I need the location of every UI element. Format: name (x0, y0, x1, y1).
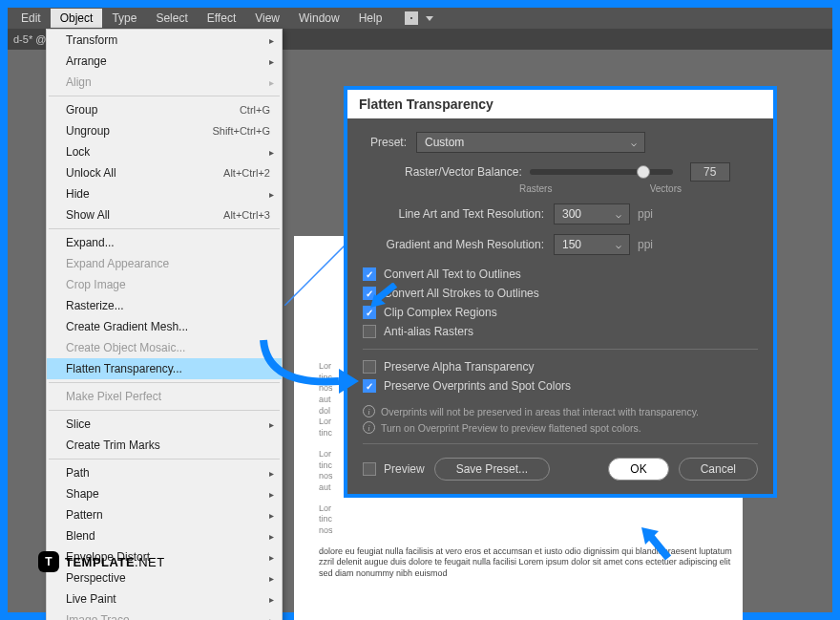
info-overprints: iOverprints will not be preserved in are… (363, 403, 758, 419)
menu-separator (49, 410, 280, 411)
chevron-right-icon: ▸ (269, 77, 274, 88)
menu-item-slice[interactable]: Slice▸ (47, 414, 282, 435)
chevron-down-icon: ⌵ (616, 209, 621, 220)
menu-item-pattern[interactable]: Pattern▸ (47, 504, 282, 525)
preview-label: Preview (384, 462, 425, 476)
checkbox[interactable] (363, 325, 376, 338)
app-frame: Edit Object Type Select Effect View Wind… (8, 8, 832, 612)
flatten-transparency-dialog: Flatten Transparency Preset: Custom⌵ Ras… (344, 86, 777, 498)
checkbox[interactable] (363, 306, 376, 319)
menu-item-make-pixel-perfect: Make Pixel Perfect (47, 386, 282, 407)
checkbox[interactable] (363, 360, 376, 374)
preset-label: Preset: (363, 136, 416, 149)
preset-select[interactable]: Custom⌵ (416, 132, 645, 153)
checkbox-row-anti-alias-rasters[interactable]: Anti-alias Rasters (363, 322, 758, 341)
checkbox-label: Preserve Alpha Transparency (384, 360, 534, 374)
checkbox-label: Preserve Overprints and Spot Colors (384, 379, 571, 393)
dropdown-toggle-icon[interactable] (426, 16, 433, 21)
balance-right-label: Vectors (650, 183, 682, 194)
template-net-watermark: T TEMPLATE.NET (38, 551, 165, 572)
dialog-title: Flatten Transparency (347, 90, 773, 118)
menu-object[interactable]: Object (51, 9, 103, 28)
menu-item-show-all[interactable]: Show AllAlt+Ctrl+3 (47, 204, 282, 225)
menu-item-transform[interactable]: Transform▸ (47, 30, 282, 51)
gradient-select[interactable]: 150⌵ (554, 234, 630, 255)
checkbox-row-clip-complex-regions[interactable]: Clip Complex Regions (363, 303, 758, 322)
menubar: Edit Object Type Select Effect View Wind… (8, 8, 832, 29)
preview-checkbox-row[interactable]: Preview (363, 460, 425, 479)
watermark-logo-icon: T (38, 551, 59, 572)
chevron-right-icon: ▸ (269, 419, 274, 430)
menu-window[interactable]: Window (289, 9, 349, 28)
checkbox-label: Anti-alias Rasters (384, 325, 473, 338)
checkbox-row-preserve-overprints-and-spot-colors[interactable]: Preserve Overprints and Spot Colors (363, 376, 758, 396)
menu-item-path[interactable]: Path▸ (47, 462, 282, 483)
menu-item-live-paint[interactable]: Live Paint▸ (47, 588, 282, 609)
chevron-right-icon: ▸ (269, 489, 274, 500)
preview-checkbox[interactable] (363, 462, 376, 476)
menu-item-lock[interactable]: Lock▸ (47, 141, 282, 162)
unit-label: ppi (638, 238, 653, 251)
chevron-right-icon: ▸ (269, 552, 274, 563)
info-icon: i (363, 405, 375, 417)
menu-item-shape[interactable]: Shape▸ (47, 483, 282, 504)
menu-effect[interactable]: Effect (198, 9, 245, 28)
menu-item-rasterize[interactable]: Rasterize... (47, 295, 282, 316)
menu-item-create-gradient-mesh[interactable]: Create Gradient Mesh... (47, 316, 282, 337)
menu-item-expand[interactable]: Expand... (47, 232, 282, 253)
chevron-right-icon: ▸ (269, 35, 274, 46)
menu-select[interactable]: Select (146, 9, 197, 28)
menu-help[interactable]: Help (349, 9, 392, 28)
gradient-label: Gradient and Mesh Resolution: (363, 238, 554, 251)
menu-item-image-trace: Image Trace▸ (47, 609, 282, 620)
chevron-right-icon: ▸ (269, 594, 274, 605)
chevron-right-icon: ▸ (269, 615, 274, 621)
checkbox[interactable] (363, 379, 376, 393)
cancel-button[interactable]: Cancel (679, 458, 758, 481)
checkbox-label: Clip Complex Regions (384, 306, 497, 319)
checkbox-label: Convert All Text to Outlines (384, 267, 521, 281)
chevron-down-icon: ⌵ (631, 138, 637, 148)
checkbox[interactable] (363, 287, 376, 300)
menu-type[interactable]: Type (102, 9, 146, 28)
menu-item-hide[interactable]: Hide▸ (47, 183, 282, 204)
ok-button[interactable]: OK (608, 458, 668, 481)
layout-grid-icon[interactable] (405, 11, 418, 25)
checkbox-label: Convert All Strokes to Outlines (384, 287, 539, 300)
chevron-right-icon: ▸ (269, 468, 274, 479)
menu-item-align: Align▸ (47, 72, 282, 93)
checkbox-row-convert-all-strokes-to-outlines[interactable]: Convert All Strokes to Outlines (363, 284, 758, 303)
balance-slider[interactable] (530, 169, 673, 175)
menu-item-create-object-mosaic: Create Object Mosaic... (47, 337, 282, 358)
balance-label: Raster/Vector Balance: (405, 165, 522, 179)
menu-separator (49, 382, 280, 383)
balance-left-label: Rasters (519, 183, 552, 194)
unit-label: ppi (638, 207, 653, 221)
menu-edit[interactable]: Edit (11, 9, 51, 28)
chevron-right-icon: ▸ (269, 189, 274, 200)
menu-separator (49, 96, 280, 96)
object-menu-dropdown: Transform▸Arrange▸Align▸GroupCtrl+GUngro… (46, 29, 283, 620)
lineart-select[interactable]: 300⌵ (554, 203, 630, 224)
menu-item-create-trim-marks[interactable]: Create Trim Marks (47, 435, 282, 456)
chevron-right-icon: ▸ (269, 147, 274, 158)
checkbox[interactable] (363, 267, 376, 281)
menu-item-flatten-transparency[interactable]: Flatten Transparency... (47, 358, 282, 379)
info-preview: iTurn on Overprint Preview to preview fl… (363, 419, 758, 436)
chevron-right-icon: ▸ (269, 573, 274, 584)
menu-view[interactable]: View (245, 9, 289, 28)
menu-item-arrange[interactable]: Arrange▸ (47, 51, 282, 72)
balance-value[interactable]: 75 (690, 162, 730, 182)
menu-item-ungroup[interactable]: UngroupShift+Ctrl+G (47, 120, 282, 141)
menu-item-group[interactable]: GroupCtrl+G (47, 99, 282, 120)
checkbox-row-convert-all-text-to-outlines[interactable]: Convert All Text to Outlines (363, 265, 758, 284)
info-icon: i (363, 421, 375, 434)
menu-item-blend[interactable]: Blend▸ (47, 525, 282, 546)
chevron-right-icon: ▸ (269, 531, 274, 542)
lineart-label: Line Art and Text Resolution: (363, 207, 554, 221)
menu-item-unlock-all[interactable]: Unlock AllAlt+Ctrl+2 (47, 162, 282, 183)
menu-item-crop-image: Crop Image (47, 274, 282, 295)
checkbox-row-preserve-alpha-transparency[interactable]: Preserve Alpha Transparency (363, 357, 758, 376)
save-preset-button[interactable]: Save Preset... (434, 458, 550, 481)
chevron-right-icon: ▸ (269, 510, 274, 521)
